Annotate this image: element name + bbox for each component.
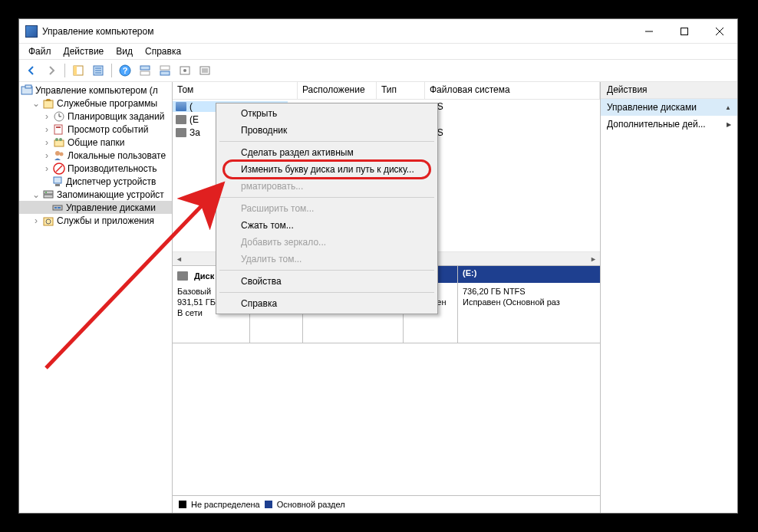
tree-services[interactable]: ›Службы и приложения bbox=[19, 214, 172, 227]
tree-storage[interactable]: ⌄Запоминающие устройст bbox=[19, 188, 172, 201]
tree-device-manager[interactable]: Диспетчер устройств bbox=[19, 175, 172, 188]
collapse-icon[interactable]: ⌄ bbox=[30, 189, 42, 201]
svg-rect-24 bbox=[44, 100, 53, 108]
tree-root[interactable]: Управление компьютером (л bbox=[19, 84, 172, 97]
partition[interactable]: (E:) 736,20 ГБ NTFSИсправен (Основной ра… bbox=[458, 266, 600, 343]
svg-point-41 bbox=[45, 192, 47, 193]
svg-rect-28 bbox=[54, 125, 62, 134]
tree-label: Производительность bbox=[68, 163, 157, 174]
actions-label: Дополнительные дей... bbox=[607, 119, 706, 130]
menu-explore[interactable]: Проводник bbox=[218, 122, 436, 139]
cell-text: (E bbox=[190, 114, 199, 125]
svg-rect-5 bbox=[74, 66, 77, 75]
maximize-button[interactable] bbox=[667, 20, 702, 43]
expand-icon[interactable]: › bbox=[41, 149, 53, 162]
expand-icon[interactable]: › bbox=[41, 110, 53, 123]
tree-label: Запоминающие устройст bbox=[57, 189, 164, 200]
menu-change-letter[interactable]: Изменить букву диска или путь к диску... bbox=[218, 161, 436, 178]
minimize-button[interactable] bbox=[631, 20, 667, 43]
menu-separator bbox=[219, 292, 434, 293]
expand-icon: ▶ bbox=[727, 121, 731, 128]
menu-file[interactable]: Файл bbox=[22, 44, 58, 58]
window-title: Управление компьютером bbox=[42, 26, 631, 37]
partition-size: 736,20 ГБ NTFS bbox=[463, 286, 595, 297]
svg-rect-1 bbox=[681, 28, 688, 34]
menu-help[interactable]: Справка bbox=[218, 295, 436, 312]
tree-event-viewer[interactable]: ›Просмотр событий bbox=[19, 123, 172, 136]
tree-label: Управление дисками bbox=[66, 202, 156, 213]
close-button[interactable] bbox=[702, 20, 737, 43]
column-filesystem[interactable]: Файловая система bbox=[425, 82, 600, 99]
svg-rect-13 bbox=[140, 71, 150, 75]
svg-rect-15 bbox=[160, 71, 170, 75]
svg-rect-43 bbox=[54, 207, 57, 209]
svg-point-32 bbox=[59, 138, 62, 141]
tree-disk-management[interactable]: Управление дисками bbox=[19, 201, 172, 214]
disk-icon bbox=[177, 271, 188, 281]
list-button[interactable] bbox=[196, 61, 214, 80]
svg-point-33 bbox=[55, 151, 60, 156]
props-button[interactable] bbox=[89, 61, 107, 80]
volume-icon bbox=[176, 128, 186, 137]
back-button[interactable] bbox=[22, 61, 41, 80]
tree-panel: Управление компьютером (л ⌄Служебные про… bbox=[19, 82, 173, 513]
menu-extend[interactable]: Расширить том... bbox=[218, 200, 436, 217]
menu-view[interactable]: Вид bbox=[110, 44, 139, 58]
show-hide-button[interactable] bbox=[69, 61, 87, 80]
tree-local-users[interactable]: ›Локальные пользовате bbox=[19, 149, 172, 162]
actions-disk-management[interactable]: Управление дисками ▲ bbox=[601, 99, 737, 116]
svg-point-17 bbox=[183, 69, 186, 72]
menu-format[interactable]: рматировать... bbox=[218, 178, 436, 195]
expand-icon[interactable]: › bbox=[41, 136, 53, 149]
disk-empty-area bbox=[173, 343, 600, 495]
help-button[interactable]: ? bbox=[116, 61, 134, 80]
scroll-left-icon[interactable]: ◄ bbox=[173, 252, 186, 265]
menu-mirror[interactable]: Добавить зеркало... bbox=[218, 234, 436, 251]
column-layout[interactable]: Расположение bbox=[298, 82, 377, 99]
volume-icon bbox=[176, 102, 186, 111]
menu-mark-active[interactable]: Сделать раздел активным bbox=[218, 144, 436, 161]
menu-delete[interactable]: Удалить том... bbox=[218, 251, 436, 268]
svg-rect-44 bbox=[58, 207, 61, 209]
svg-rect-29 bbox=[56, 126, 61, 128]
tree-label: Локальные пользовате bbox=[68, 150, 166, 161]
toolbar: ? bbox=[19, 59, 737, 82]
menu-properties[interactable]: Свойства bbox=[218, 273, 436, 290]
svg-text:?: ? bbox=[123, 66, 128, 75]
tree-label: Планировщик заданий bbox=[68, 111, 164, 122]
menu-help[interactable]: Справка bbox=[139, 44, 187, 58]
menu-open[interactable]: Открыть bbox=[218, 105, 436, 122]
partition-title: (E:) bbox=[458, 266, 600, 283]
actions-more[interactable]: Дополнительные дей... ▶ bbox=[601, 116, 737, 133]
legend-swatch-primary bbox=[265, 501, 272, 508]
tree-label: Общие папки bbox=[68, 137, 124, 148]
menu-action[interactable]: Действие bbox=[58, 44, 110, 58]
legend-primary: Основной раздел bbox=[277, 500, 345, 509]
settings-button[interactable] bbox=[176, 61, 194, 80]
menubar: Файл Действие Вид Справка bbox=[19, 44, 737, 59]
forward-button[interactable] bbox=[42, 61, 61, 80]
menu-separator bbox=[219, 270, 434, 271]
tree-shared-folders[interactable]: ›Общие папки bbox=[19, 136, 172, 149]
menu-shrink[interactable]: Сжать том... bbox=[218, 217, 436, 234]
expand-icon[interactable]: › bbox=[41, 123, 53, 136]
view-bottom-button[interactable] bbox=[156, 61, 174, 80]
tree-task-scheduler[interactable]: ›Планировщик заданий bbox=[19, 110, 172, 123]
column-volume[interactable]: Том bbox=[173, 82, 298, 99]
column-type[interactable]: Тип bbox=[377, 82, 425, 99]
legend: Не распределена Основной раздел bbox=[173, 495, 600, 513]
svg-line-36 bbox=[56, 166, 62, 172]
collapse-icon: ▲ bbox=[725, 104, 731, 111]
tree-performance[interactable]: ›Производительность bbox=[19, 162, 172, 175]
expand-icon[interactable]: › bbox=[30, 215, 42, 227]
tree-label: Службы и приложения bbox=[57, 215, 154, 226]
actions-label: Управление дисками bbox=[607, 102, 697, 113]
scroll-right-icon[interactable]: ► bbox=[587, 252, 600, 265]
collapse-icon[interactable]: ⌄ bbox=[30, 97, 42, 110]
expand-icon[interactable]: › bbox=[41, 163, 53, 175]
tree-label: Просмотр событий bbox=[68, 124, 148, 135]
svg-point-34 bbox=[60, 152, 64, 156]
svg-point-31 bbox=[55, 138, 58, 141]
tree-system-tools[interactable]: ⌄Служебные программы bbox=[19, 97, 172, 110]
view-top-button[interactable] bbox=[136, 61, 154, 80]
